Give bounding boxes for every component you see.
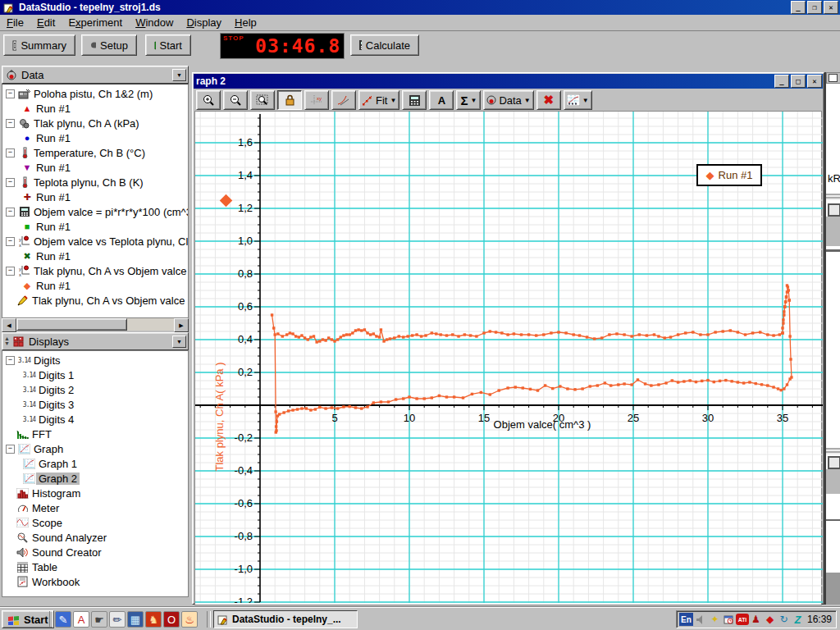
data-tree-item[interactable]: −Tlak plynu, Ch A (kPa) <box>2 116 188 130</box>
collapse-box[interactable]: − <box>6 89 15 98</box>
data-tree-run[interactable]: ✚Run #1 <box>2 189 188 204</box>
run-label[interactable]: Run #1 <box>34 132 73 144</box>
close-button[interactable]: ✕ <box>824 1 838 14</box>
collapse-box[interactable]: − <box>6 178 15 187</box>
menu-edit[interactable]: Edit <box>30 15 62 30</box>
collapse-box[interactable]: − <box>6 267 15 276</box>
antivirus-tray-icon[interactable]: ◆ <box>763 613 777 627</box>
dropdown-arrow-icon[interactable]: ▼ <box>582 97 589 104</box>
displays-tree-item[interactable]: Workbook <box>2 574 188 589</box>
data-item-label[interactable]: Tlak plynu, Ch A vs Objem valce <box>31 265 188 277</box>
graph-close-button[interactable]: ✕ <box>807 75 822 88</box>
display-item-label[interactable]: Workbook <box>30 576 82 588</box>
data-tree-run[interactable]: ■Run #1 <box>2 219 188 234</box>
dragon-app-quicklaunch-icon[interactable]: ♞ <box>145 611 162 628</box>
menu-help[interactable]: Help <box>228 15 263 30</box>
collapse-box[interactable]: − <box>6 445 15 454</box>
task-button-datastudio[interactable]: DataStudio - tepelny_... <box>213 610 358 628</box>
data-item-label[interactable]: Objem valce = pi*r*r*y*100 (cm^3 <box>31 206 188 218</box>
displays-tree-item[interactable]: Sound Creator <box>2 545 188 559</box>
displays-tree-item[interactable]: Histogram <box>2 486 188 500</box>
calculator-button[interactable] <box>402 90 427 110</box>
data-dropdown-arrow[interactable]: ▼ <box>172 69 186 81</box>
displays-tree-item[interactable]: Sound Analyzer <box>2 530 188 545</box>
scale-lock-button[interactable] <box>277 90 302 110</box>
dropdown-arrow-icon[interactable]: ▼ <box>390 97 396 104</box>
ati-tray-icon[interactable]: ATi <box>736 614 749 625</box>
data-item-label[interactable]: Tlak plynu, Ch A (kPa) <box>31 117 142 130</box>
menu-file[interactable]: File <box>0 15 30 30</box>
display-item-label[interactable]: Table <box>30 561 60 573</box>
data-tree-hscrollbar[interactable]: ◀ ▶ <box>2 318 189 331</box>
data-tree-run[interactable]: ▼Run #1 <box>2 160 188 175</box>
collapse-box[interactable]: − <box>6 237 15 246</box>
displays-tree-item[interactable]: Scope <box>2 515 188 530</box>
graph-maximize-button[interactable]: □ <box>791 75 806 88</box>
data-menu-button[interactable]: Data▼ <box>483 90 533 110</box>
graph-window-titlebar[interactable]: raph 2 _ □ ✕ <box>194 74 823 89</box>
data-tree-run[interactable]: ✖Run #1 <box>2 249 188 263</box>
text-tool-button[interactable]: A <box>429 90 454 110</box>
display-item-label[interactable]: Meter <box>30 502 62 514</box>
data-item-label[interactable]: Temperature, Ch B (°C) <box>31 147 148 159</box>
display-item-label[interactable]: Graph <box>31 443 66 455</box>
daemon-tools-tray-icon[interactable]: ♟ <box>749 613 763 627</box>
data-tree-item[interactable]: −Temperature, Ch B (°C) <box>2 145 188 160</box>
scroll-right-button[interactable]: ▶ <box>174 318 189 332</box>
display-child-label[interactable]: Digits 3 <box>36 399 76 411</box>
minimize-button[interactable]: _ <box>791 1 806 14</box>
displays-tree-item[interactable]: Meter <box>2 500 188 515</box>
display-child-label[interactable]: Digits 1 <box>36 369 76 381</box>
displays-tree-child[interactable]: 3.14Digits 1 <box>2 368 188 382</box>
slope-tool-button[interactable] <box>331 90 356 110</box>
displays-tree-child[interactable]: 3.14Digits 3 <box>2 397 188 412</box>
data-item-label[interactable]: Objem valce vs Teplota plynu, Cl <box>31 235 188 248</box>
delete-button[interactable]: ✖ <box>536 90 561 110</box>
setup-button[interactable]: Setup <box>81 34 137 56</box>
pen-document-quicklaunch-icon[interactable]: ✏ <box>109 611 126 628</box>
fit-button[interactable]: Fit▼ <box>358 90 399 110</box>
displays-tree-item[interactable]: FFT <box>2 427 188 441</box>
data-tree-item[interactable]: −Objem valce = pi*r*r*y*100 (cm^3 <box>2 204 188 219</box>
scroll-thumb[interactable] <box>16 318 127 331</box>
scheduler-tray-icon[interactable] <box>722 613 736 627</box>
zoom-out-button[interactable] <box>223 90 248 110</box>
zoom-select-button[interactable] <box>250 90 275 110</box>
displays-dropdown-arrow[interactable]: ▼ <box>172 336 186 348</box>
tray-clock[interactable]: 16:39 <box>807 614 833 625</box>
plot-container[interactable]: 51015202530351,61,41,21,00,80,60,40,2-0,… <box>194 111 822 605</box>
acrobat-quicklaunch-icon[interactable]: A <box>73 611 89 628</box>
data-tree-item[interactable]: −xyObjem valce vs Teplota plynu, Cl <box>2 234 188 249</box>
displays-panel-header[interactable]: ▲▼ Displays ▼ <box>2 332 189 350</box>
display-child-label[interactable]: Graph 1 <box>36 458 80 470</box>
displays-tree-item[interactable]: −Graph <box>2 441 188 456</box>
data-item-label[interactable]: Teplota plynu, Ch B (K) <box>31 176 146 189</box>
data-tree-item[interactable]: Tlak plynu, Ch A vs Objem valce <box>2 293 188 308</box>
run-label[interactable]: Run #1 <box>34 280 73 292</box>
x-axis-title[interactable]: Objem valce( cm^3 ) <box>494 418 591 431</box>
splitter-handle-icon[interactable]: ▲▼ <box>4 336 10 346</box>
collapse-box[interactable]: − <box>6 148 15 158</box>
display-child-label[interactable]: Digits 2 <box>36 384 76 396</box>
calculate-button[interactable]: Calculate <box>350 34 419 56</box>
messenger-tray-icon[interactable]: Z <box>791 613 805 627</box>
displays-tree-child[interactable]: Graph 2 <box>2 471 188 486</box>
dropdown-arrow-icon[interactable]: ▼ <box>524 97 531 104</box>
displays-tree-child[interactable]: Graph 1 <box>2 456 188 471</box>
legend[interactable]: ◆ Run #1 <box>696 164 762 186</box>
data-tree-item[interactable]: −Poloha pistu, Ch 1&2 (m) <box>2 86 188 101</box>
sync-tray-icon[interactable]: ↻ <box>777 613 791 627</box>
graph-settings-button[interactable]: ▼ <box>564 90 592 110</box>
yellow-tool-tray-icon[interactable]: ✦ <box>708 613 722 627</box>
run-label[interactable]: Run #1 <box>34 191 73 203</box>
collapse-box[interactable]: − <box>6 119 15 128</box>
menu-display[interactable]: Display <box>180 15 228 30</box>
smart-tool-button[interactable]: xy <box>304 90 329 110</box>
grab-tool-quicklaunch-icon[interactable]: ☛ <box>91 611 107 628</box>
data-tree-run[interactable]: ●Run #1 <box>2 130 188 145</box>
dropdown-arrow-icon[interactable]: ▼ <box>470 97 477 104</box>
run-label[interactable]: Run #1 <box>34 221 73 233</box>
graph-minimize-button[interactable]: _ <box>774 75 789 88</box>
statistics-button[interactable]: Σ▼ <box>456 90 481 110</box>
volume-tray-icon[interactable] <box>694 613 708 627</box>
